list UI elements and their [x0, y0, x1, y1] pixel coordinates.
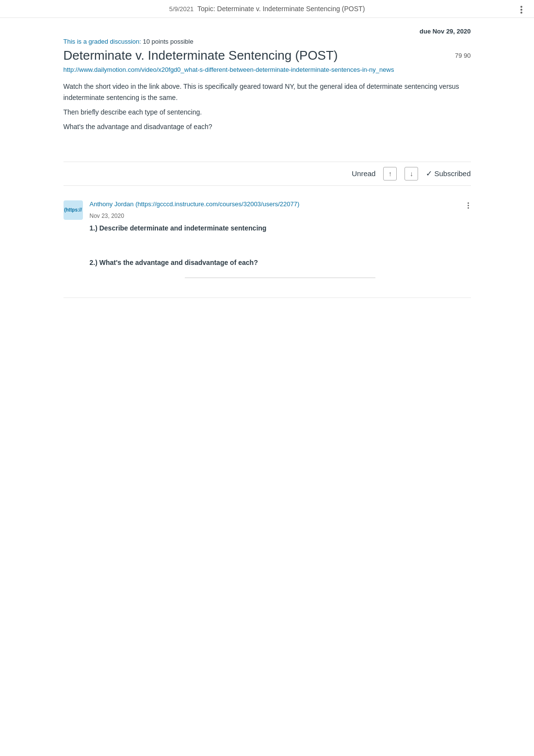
content-area: due Nov 29, 2020 This is a graded discus…	[49, 18, 485, 322]
subscribed-label: Subscribed	[434, 169, 470, 178]
points-text: 10 points possible	[143, 38, 194, 45]
discussion-title: Determinate v. Indeterminate Sentencing …	[64, 48, 338, 63]
post-header: Anthony Jordan (https://gcccd.instructur…	[90, 200, 471, 211]
discussion-body: Watch the short video in the link above.…	[64, 81, 471, 132]
body-paragraph-3: What's the advantage and disadvantage of…	[64, 121, 471, 132]
body-paragraph-2: Then briefly describe each type of sente…	[64, 107, 471, 117]
post-content: Anthony Jordan (https://gcccd.instructur…	[90, 200, 471, 288]
header-title: Topic: Determinate v. Indeterminate Sent…	[197, 5, 365, 13]
due-date: due Nov 29, 2020	[64, 28, 471, 35]
post-avatar[interactable]: (https://	[64, 200, 83, 220]
post-item: (https:// Anthony Jordan (https://gcccd.…	[64, 200, 471, 298]
page-header: 5/9/2021 Topic: Determinate v. Indetermi…	[0, 0, 534, 18]
post-body-1: 1.) Describe determinate and indetermina…	[90, 223, 471, 233]
post-separator	[185, 278, 375, 278]
sort-down-button[interactable]: ↓	[405, 167, 418, 181]
unread-button[interactable]: Unread	[352, 169, 375, 178]
discussion-url[interactable]: http://www.dailymotion.com/video/x20fgd0…	[64, 66, 471, 73]
header-date: 5/9/2021	[169, 5, 194, 13]
header-more-button[interactable]	[518, 4, 524, 16]
graded-link[interactable]: This is a graded discussion:	[64, 38, 141, 45]
reply-count: 79 90	[455, 52, 471, 59]
graded-label: This is a graded discussion: 10 points p…	[64, 38, 471, 45]
post-date: Nov 23, 2020	[90, 213, 471, 219]
sort-up-button[interactable]: ↑	[383, 167, 397, 181]
subscribed-button[interactable]: ✓ Subscribed	[426, 169, 470, 178]
body-paragraph-1: Watch the short video in the link above.…	[64, 81, 471, 103]
posts-section: (https:// Anthony Jordan (https://gcccd.…	[64, 200, 471, 298]
post-body-2: 2.) What's the advantage and disadvantag…	[90, 258, 471, 268]
post-more-button[interactable]	[466, 200, 471, 211]
avatar-text: (https://	[64, 207, 82, 213]
check-icon: ✓	[426, 169, 432, 178]
post-author: Anthony Jordan (https://gcccd.instructur…	[90, 200, 300, 208]
actions-bar: Unread ↑ ↓ ✓ Subscribed	[64, 162, 471, 186]
title-row: Determinate v. Indeterminate Sentencing …	[64, 48, 471, 63]
post-author-link[interactable]: Anthony Jordan (https://gcccd.instructur…	[90, 200, 300, 208]
